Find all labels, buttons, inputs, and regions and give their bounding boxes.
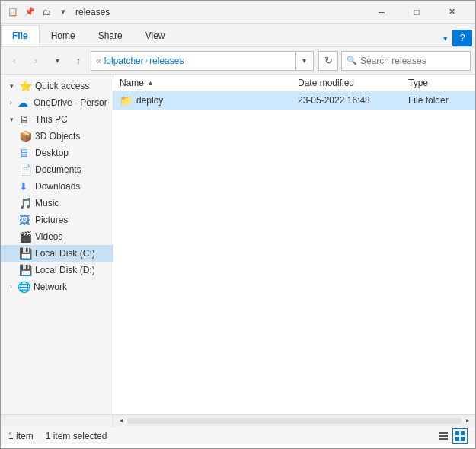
sidebar-item-onedrive[interactable]: › ☁ OneDrive - Persor (1, 94, 113, 111)
expand-arrow-this-pc: ▾ (10, 116, 14, 123)
tab-share[interactable]: Share (87, 25, 134, 46)
svg-rect-0 (439, 432, 448, 434)
sidebar-item-network[interactable]: › 🌐 Network (1, 279, 113, 295)
content-area: Name ▲ Date modified Type 📁 deploy 23-05… (113, 75, 475, 414)
svg-rect-2 (439, 438, 448, 440)
sidebar-item-pictures[interactable]: 🖼 Pictures (1, 212, 113, 228)
back-button[interactable]: ‹ (5, 52, 24, 70)
sidebar-label-onedrive: OneDrive - Persor (34, 97, 107, 108)
tab-view[interactable]: View (134, 25, 177, 46)
app-icon-3: 🗂 (40, 6, 53, 18)
sidebar-label-local-disk-c: Local Disk (C:) (35, 248, 95, 259)
quick-access-icon: ⭐ (19, 80, 31, 92)
sidebar-item-quick-access[interactable]: ▾ ⭐ Quick access (1, 78, 113, 94)
sidebar-item-local-disk-c[interactable]: 💾 Local Disk (C:) (1, 245, 113, 262)
scroll-left-button[interactable]: ◂ (115, 415, 127, 427)
svg-rect-3 (455, 431, 459, 435)
sidebar-label-desktop: Desktop (35, 148, 69, 158)
onedrive-icon: ☁ (18, 97, 30, 109)
sidebar-item-documents[interactable]: 📄 Documents (1, 161, 113, 178)
refresh-button[interactable]: ↻ (318, 51, 338, 71)
file-modified-deploy: 23-05-2022 16:48 (298, 95, 408, 106)
music-icon: 🎵 (19, 197, 31, 209)
search-box[interactable]: 🔍 (341, 51, 471, 71)
tab-home[interactable]: Home (40, 25, 87, 46)
sidebar-item-downloads[interactable]: ⬇ Downloads (1, 178, 113, 195)
minimize-button[interactable]: ─ (364, 1, 399, 24)
file-list: 📁 deploy 23-05-2022 16:48 File folder (113, 91, 475, 414)
title-bar-app-icons: 📋 📌 🗂 ▾ (7, 6, 69, 18)
sidebar-label-this-pc: This PC (35, 114, 68, 125)
file-row-deploy[interactable]: 📁 deploy 23-05-2022 16:48 File folder (113, 91, 475, 110)
window-controls: ─ □ ✕ (364, 1, 469, 24)
folder-icon-deploy: 📁 (120, 94, 133, 107)
sidebar-label-music: Music (35, 198, 59, 209)
sidebar-label-local-disk-d: Local Disk (D:) (35, 265, 95, 275)
documents-icon: 📄 (19, 164, 31, 176)
breadcrumb-lolpatcher[interactable]: lolpatcher (104, 56, 144, 66)
sidebar-label-documents: Documents (35, 164, 81, 175)
breadcrumb-separator: « (96, 56, 101, 66)
col-header-type[interactable]: Type (408, 78, 469, 88)
file-type-deploy: File folder (408, 95, 469, 106)
3d-objects-icon: 📦 (19, 130, 31, 142)
sidebar-label-pictures: Pictures (35, 215, 68, 225)
breadcrumb-releases[interactable]: releases (149, 56, 184, 66)
scroll-track[interactable] (127, 418, 462, 424)
sidebar: ▾ ⭐ Quick access › ☁ OneDrive - Persor ▾… (1, 75, 113, 414)
maximize-button[interactable]: □ (399, 1, 434, 24)
column-headers: Name ▲ Date modified Type (113, 75, 475, 91)
title-bar: 📋 📌 🗂 ▾ releases ─ □ ✕ (1, 1, 475, 24)
sidebar-item-music[interactable]: 🎵 Music (1, 195, 113, 212)
videos-icon: 🎬 (19, 231, 31, 243)
item-count: 1 item (8, 431, 34, 441)
sort-arrow-name: ▲ (147, 79, 154, 87)
local-disk-c-icon: 💾 (19, 247, 31, 260)
search-input[interactable] (360, 56, 465, 66)
sidebar-label-videos: Videos (35, 231, 62, 242)
app-icon-arrow: ▾ (57, 6, 69, 18)
file-label-deploy: deploy (136, 95, 163, 106)
help-button[interactable]: ? (452, 30, 472, 46)
downloads-icon: ⬇ (19, 180, 31, 193)
sidebar-label-downloads: Downloads (35, 181, 80, 192)
file-name-deploy: 📁 deploy (120, 94, 298, 107)
app-icon-2: 📌 (24, 6, 36, 18)
address-path[interactable]: « lolpatcher › releases (91, 51, 296, 71)
svg-rect-4 (461, 431, 465, 435)
sidebar-item-3d-objects[interactable]: 📦 3D Objects (1, 128, 113, 145)
ribbon-expand[interactable]: ▾ (443, 33, 448, 43)
close-button[interactable]: ✕ (434, 1, 469, 24)
address-dropdown-button[interactable]: ▾ (296, 51, 314, 71)
app-icon-1: 📋 (7, 6, 19, 18)
expand-arrow-quick-access: ▾ (10, 82, 14, 90)
tab-file[interactable]: File (1, 25, 40, 46)
this-pc-icon: 🖥 (19, 113, 31, 126)
sidebar-label-network: Network (34, 282, 67, 292)
svg-rect-1 (439, 435, 448, 437)
main-area: ▾ ⭐ Quick access › ☁ OneDrive - Persor ▾… (1, 75, 475, 414)
recent-locations-button[interactable]: ▾ (48, 52, 66, 70)
h-scroll-content: ◂ ▸ (113, 415, 475, 427)
desktop-icon: 🖥 (19, 147, 31, 159)
view-large-icons-button[interactable] (452, 428, 468, 444)
local-disk-d-icon: 💾 (19, 264, 31, 276)
sidebar-item-this-pc[interactable]: ▾ 🖥 This PC (1, 111, 113, 128)
sidebar-item-local-disk-d[interactable]: 💾 Local Disk (D:) (1, 262, 113, 279)
svg-rect-6 (461, 437, 465, 441)
view-details-button[interactable] (436, 428, 451, 444)
col-header-modified[interactable]: Date modified (298, 78, 408, 88)
search-icon: 🔍 (347, 56, 357, 65)
expand-arrow-onedrive: › (10, 99, 12, 107)
sidebar-item-desktop[interactable]: 🖥 Desktop (1, 145, 113, 161)
up-button[interactable]: ↑ (69, 52, 88, 70)
pictures-icon: 🖼 (19, 214, 31, 226)
col-header-name[interactable]: Name ▲ (120, 78, 298, 88)
scroll-right-button[interactable]: ▸ (462, 415, 474, 427)
selected-text: 1 item selected (46, 431, 107, 441)
forward-button[interactable]: › (27, 52, 45, 70)
sidebar-item-videos[interactable]: 🎬 Videos (1, 228, 113, 245)
svg-rect-5 (455, 437, 459, 441)
address-bar: ‹ › ▾ ↑ « lolpatcher › releases ▾ ↻ 🔍 (1, 47, 475, 75)
sidebar-label-3d-objects: 3D Objects (35, 131, 80, 142)
